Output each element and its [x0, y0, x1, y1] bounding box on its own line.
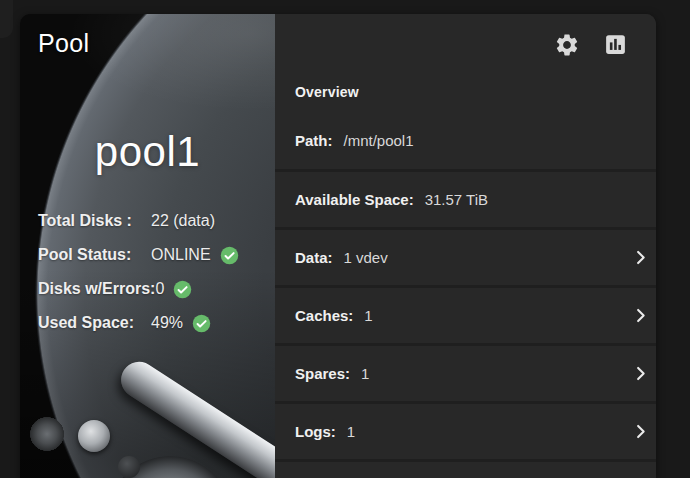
stat-label: Disks w/Errors:: [38, 280, 155, 298]
row-value: 1: [347, 423, 355, 440]
stat-total-disks: Total Disks : 22 (data): [38, 204, 269, 238]
bar-chart-icon: [603, 32, 628, 57]
chevron-right-icon[interactable]: [631, 422, 650, 441]
overview-row-spares[interactable]: Spares: 1: [275, 343, 656, 401]
overview-row-data[interactable]: Data: 1 vdev: [275, 227, 656, 285]
pool-name: pool1: [20, 128, 275, 176]
row-label: Path:: [295, 132, 333, 149]
stat-value: ONLINE: [151, 246, 211, 264]
stat-used-space: Used Space: 49%: [38, 306, 269, 340]
pool-stats-button[interactable]: [603, 32, 628, 57]
row-label: Available Space:: [295, 191, 414, 208]
pool-card: Pool pool1 Total Disks : 22 (data) Pool …: [20, 14, 656, 478]
stat-value: 22 (data): [151, 212, 215, 230]
row-value: 1 vdev: [344, 249, 388, 266]
pool-stats: Total Disks : 22 (data) Pool Status: ONL…: [38, 204, 269, 340]
check-circle-icon: [220, 246, 239, 265]
overview-row-path: Path: /mnt/pool1: [275, 111, 656, 169]
stat-pool-status: Pool Status: ONLINE: [38, 238, 269, 272]
row-value: 1: [361, 365, 369, 382]
stat-label: Used Space:: [38, 314, 151, 332]
stat-value: 0: [155, 280, 164, 298]
pool-overview-panel: Overview Path: /mnt/pool1 Available Spac…: [275, 14, 656, 478]
card-title: Pool: [38, 29, 89, 58]
card-toolbar: [275, 14, 656, 75]
settings-button[interactable]: [554, 32, 580, 58]
stat-value: 49%: [151, 314, 183, 332]
stat-label: Pool Status:: [38, 246, 151, 264]
background-corner-accent: [0, 0, 13, 38]
overview-row-partial: [275, 459, 656, 478]
overview-row-caches[interactable]: Caches: 1: [275, 285, 656, 343]
disk-actuator-arm: [114, 355, 275, 478]
gear-icon: [554, 32, 580, 58]
check-circle-icon: [192, 314, 211, 333]
disk-screw: [78, 420, 110, 452]
pool-image-panel: Pool pool1 Total Disks : 22 (data) Pool …: [20, 14, 275, 478]
overview-heading: Overview: [275, 75, 656, 111]
overview-row-logs[interactable]: Logs: 1: [275, 401, 656, 459]
stat-label: Total Disks :: [38, 212, 151, 230]
stat-disks-errors: Disks w/Errors: 0: [38, 272, 269, 306]
row-label: Spares:: [295, 365, 350, 382]
row-value: 31.57 TiB: [425, 191, 488, 208]
row-label: Logs:: [295, 423, 336, 440]
row-value: /mnt/pool1: [344, 132, 414, 149]
disk-screw-small: [118, 456, 140, 478]
overview-row-available-space: Available Space: 31.57 TiB: [275, 169, 656, 227]
row-label: Data:: [295, 249, 333, 266]
chevron-right-icon[interactable]: [631, 306, 650, 325]
row-value: 1: [364, 307, 372, 324]
chevron-right-icon[interactable]: [631, 364, 650, 383]
chevron-right-icon[interactable]: [631, 248, 650, 267]
row-label: Caches:: [295, 307, 353, 324]
check-circle-icon: [173, 280, 192, 299]
